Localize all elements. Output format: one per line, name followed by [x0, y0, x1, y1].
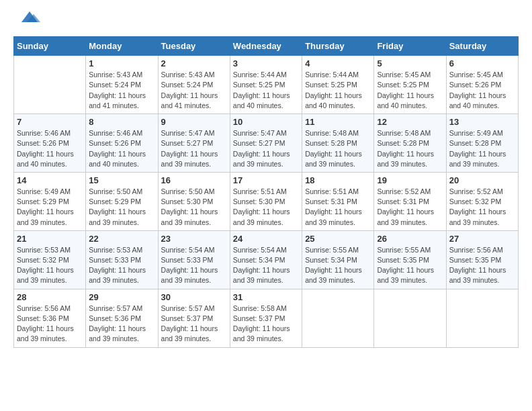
calendar-cell: 23Sunrise: 5:54 AMSunset: 5:33 PMDayligh… [158, 230, 230, 289]
calendar-cell: 4Sunrise: 5:44 AMSunset: 5:25 PMDaylight… [302, 56, 374, 114]
calendar-cell [302, 289, 374, 347]
day-info: Sunrise: 5:58 AMSunset: 5:37 PMDaylight:… [233, 304, 299, 345]
day-number: 6 [449, 58, 515, 68]
day-number: 19 [377, 175, 443, 185]
logo-icon [15, 9, 40, 28]
calendar-cell: 12Sunrise: 5:48 AMSunset: 5:28 PMDayligh… [374, 114, 446, 173]
calendar-cell: 18Sunrise: 5:51 AMSunset: 5:31 PMDayligh… [302, 172, 374, 230]
day-number: 4 [305, 58, 371, 68]
day-info: Sunrise: 5:53 AMSunset: 5:32 PMDaylight:… [17, 245, 83, 286]
day-info: Sunrise: 5:45 AMSunset: 5:26 PMDaylight:… [449, 70, 515, 111]
day-info: Sunrise: 5:56 AMSunset: 5:36 PMDaylight:… [17, 304, 83, 345]
calendar-cell: 13Sunrise: 5:49 AMSunset: 5:28 PMDayligh… [446, 114, 518, 173]
day-header-sunday: Sunday [14, 37, 86, 56]
day-header-tuesday: Tuesday [158, 37, 230, 56]
day-info: Sunrise: 5:55 AMSunset: 5:35 PMDaylight:… [377, 245, 443, 286]
calendar-cell: 30Sunrise: 5:57 AMSunset: 5:37 PMDayligh… [158, 289, 230, 347]
day-number: 3 [233, 58, 299, 68]
day-number: 5 [377, 58, 443, 68]
day-info: Sunrise: 5:49 AMSunset: 5:29 PMDaylight:… [17, 187, 83, 228]
calendar-cell: 11Sunrise: 5:48 AMSunset: 5:28 PMDayligh… [302, 114, 374, 173]
calendar-cell: 7Sunrise: 5:46 AMSunset: 5:26 PMDaylight… [14, 114, 86, 173]
day-number: 22 [89, 234, 154, 244]
day-info: Sunrise: 5:50 AMSunset: 5:29 PMDaylight:… [89, 187, 154, 228]
calendar-cell: 27Sunrise: 5:56 AMSunset: 5:35 PMDayligh… [446, 230, 518, 289]
calendar-cell: 1Sunrise: 5:43 AMSunset: 5:24 PMDaylight… [86, 56, 158, 114]
day-number: 10 [233, 117, 299, 127]
day-number: 18 [305, 175, 371, 185]
day-info: Sunrise: 5:48 AMSunset: 5:28 PMDaylight:… [377, 128, 443, 169]
day-info: Sunrise: 5:45 AMSunset: 5:25 PMDaylight:… [377, 70, 443, 111]
day-info: Sunrise: 5:51 AMSunset: 5:31 PMDaylight:… [305, 187, 371, 228]
calendar-cell: 24Sunrise: 5:54 AMSunset: 5:34 PMDayligh… [230, 230, 302, 289]
day-number: 14 [17, 175, 83, 185]
day-info: Sunrise: 5:57 AMSunset: 5:36 PMDaylight:… [89, 304, 154, 345]
day-number: 29 [89, 292, 154, 302]
day-number: 24 [233, 234, 299, 244]
day-info: Sunrise: 5:44 AMSunset: 5:25 PMDaylight:… [233, 70, 299, 111]
day-number: 9 [161, 117, 227, 127]
calendar-cell: 6Sunrise: 5:45 AMSunset: 5:26 PMDaylight… [446, 56, 518, 114]
day-number: 12 [377, 117, 443, 127]
calendar-cell: 17Sunrise: 5:51 AMSunset: 5:30 PMDayligh… [230, 172, 302, 230]
day-info: Sunrise: 5:52 AMSunset: 5:32 PMDaylight:… [449, 187, 515, 228]
day-info: Sunrise: 5:48 AMSunset: 5:28 PMDaylight:… [305, 128, 371, 169]
day-number: 17 [233, 175, 299, 185]
day-number: 23 [161, 234, 227, 244]
day-header-saturday: Saturday [446, 37, 518, 56]
day-number: 8 [89, 117, 154, 127]
day-number: 13 [449, 117, 515, 127]
day-info: Sunrise: 5:46 AMSunset: 5:26 PMDaylight:… [89, 128, 154, 169]
day-header-friday: Friday [374, 37, 446, 56]
day-info: Sunrise: 5:50 AMSunset: 5:30 PMDaylight:… [161, 187, 227, 228]
calendar-cell: 22Sunrise: 5:53 AMSunset: 5:33 PMDayligh… [86, 230, 158, 289]
day-number: 27 [449, 234, 515, 244]
day-info: Sunrise: 5:43 AMSunset: 5:24 PMDaylight:… [161, 70, 227, 111]
day-header-thursday: Thursday [302, 37, 374, 56]
day-info: Sunrise: 5:56 AMSunset: 5:35 PMDaylight:… [449, 245, 515, 286]
calendar-cell: 19Sunrise: 5:52 AMSunset: 5:31 PMDayligh… [374, 172, 446, 230]
day-number: 25 [305, 234, 371, 244]
calendar-cell: 3Sunrise: 5:44 AMSunset: 5:25 PMDaylight… [230, 56, 302, 114]
calendar-cell: 25Sunrise: 5:55 AMSunset: 5:34 PMDayligh… [302, 230, 374, 289]
day-header-monday: Monday [86, 37, 158, 56]
calendar-cell: 20Sunrise: 5:52 AMSunset: 5:32 PMDayligh… [446, 172, 518, 230]
day-info: Sunrise: 5:51 AMSunset: 5:30 PMDaylight:… [233, 187, 299, 228]
day-info: Sunrise: 5:46 AMSunset: 5:26 PMDaylight:… [17, 128, 83, 169]
calendar-cell: 8Sunrise: 5:46 AMSunset: 5:26 PMDaylight… [86, 114, 158, 173]
day-number: 26 [377, 234, 443, 244]
day-info: Sunrise: 5:54 AMSunset: 5:33 PMDaylight:… [161, 245, 227, 286]
day-info: Sunrise: 5:53 AMSunset: 5:33 PMDaylight:… [89, 245, 154, 286]
day-info: Sunrise: 5:47 AMSunset: 5:27 PMDaylight:… [161, 128, 227, 169]
day-info: Sunrise: 5:57 AMSunset: 5:37 PMDaylight:… [161, 304, 227, 345]
calendar-cell: 21Sunrise: 5:53 AMSunset: 5:32 PMDayligh… [14, 230, 86, 289]
calendar: SundayMondayTuesdayWednesdayThursdayFrid… [13, 36, 519, 347]
day-header-wednesday: Wednesday [230, 37, 302, 56]
day-number: 31 [233, 292, 299, 302]
calendar-cell: 15Sunrise: 5:50 AMSunset: 5:29 PMDayligh… [86, 172, 158, 230]
day-info: Sunrise: 5:54 AMSunset: 5:34 PMDaylight:… [233, 245, 299, 286]
day-number: 30 [161, 292, 227, 302]
header [13, 13, 519, 30]
day-number: 2 [161, 58, 227, 68]
day-number: 28 [17, 292, 83, 302]
calendar-cell: 2Sunrise: 5:43 AMSunset: 5:24 PMDaylight… [158, 56, 230, 114]
calendar-cell: 5Sunrise: 5:45 AMSunset: 5:25 PMDaylight… [374, 56, 446, 114]
logo [13, 13, 40, 30]
calendar-cell: 28Sunrise: 5:56 AMSunset: 5:36 PMDayligh… [14, 289, 86, 347]
calendar-cell [14, 56, 86, 114]
day-info: Sunrise: 5:49 AMSunset: 5:28 PMDaylight:… [449, 128, 515, 169]
calendar-cell: 14Sunrise: 5:49 AMSunset: 5:29 PMDayligh… [14, 172, 86, 230]
day-number: 15 [89, 175, 154, 185]
day-info: Sunrise: 5:47 AMSunset: 5:27 PMDaylight:… [233, 128, 299, 169]
day-number: 21 [17, 234, 83, 244]
day-info: Sunrise: 5:43 AMSunset: 5:24 PMDaylight:… [89, 70, 154, 111]
calendar-cell [374, 289, 446, 347]
calendar-cell: 16Sunrise: 5:50 AMSunset: 5:30 PMDayligh… [158, 172, 230, 230]
calendar-cell: 26Sunrise: 5:55 AMSunset: 5:35 PMDayligh… [374, 230, 446, 289]
day-number: 20 [449, 175, 515, 185]
calendar-cell: 29Sunrise: 5:57 AMSunset: 5:36 PMDayligh… [86, 289, 158, 347]
calendar-cell: 31Sunrise: 5:58 AMSunset: 5:37 PMDayligh… [230, 289, 302, 347]
day-number: 11 [305, 117, 371, 127]
day-number: 1 [89, 58, 154, 68]
